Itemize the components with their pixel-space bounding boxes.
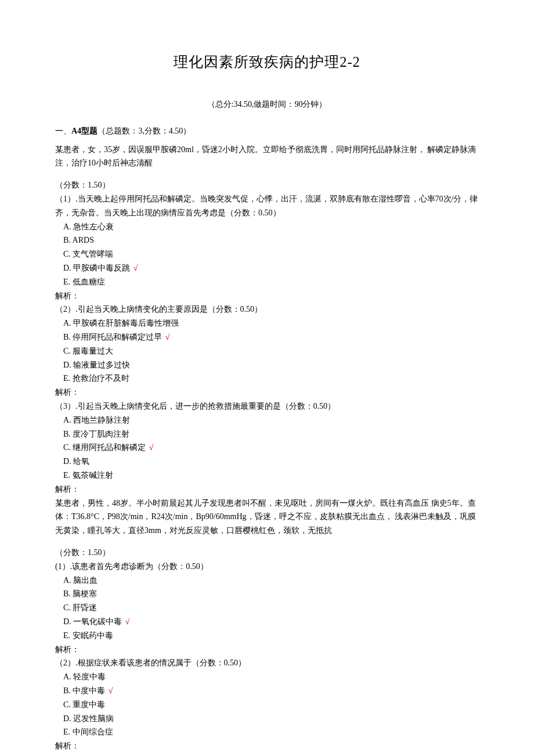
option-text: 中度中毒	[73, 686, 105, 695]
section-heading: 一、A4型题（总题数：3,分数：4.50）	[55, 124, 479, 138]
option-row: B. 脑梗塞	[63, 587, 479, 601]
correct-mark-icon: √	[125, 617, 130, 626]
option-text: 急性左心衰	[73, 222, 114, 231]
option-label: D.	[63, 617, 71, 626]
option-text: 安眠药中毒	[73, 631, 113, 640]
options-list: A. 轻度中毒B. 中度中毒 √C. 重度中毒D. 迟发性脑病E. 中间综合症	[55, 670, 479, 739]
analysis-label: 解析：	[55, 643, 479, 657]
option-label: B.	[63, 430, 71, 438]
correct-mark-icon: √	[109, 686, 113, 695]
option-label: E.	[63, 471, 70, 480]
option-label: A.	[63, 319, 71, 327]
option-text: 重度中毒	[73, 700, 105, 709]
question-stem: （3）.引起当天晚上病情变化后，进一步的抢救措施最重要的是（分数：0.50）	[55, 399, 479, 413]
option-text: 一氧化碳中毒	[73, 617, 122, 626]
option-row: B. 度冷丁肌肉注射	[63, 427, 479, 441]
option-row: A. 轻度中毒	[63, 670, 479, 684]
option-label: B.	[63, 589, 71, 598]
section-stats: （总题数：3,分数：4.50）	[98, 127, 191, 135]
option-label: C.	[63, 347, 71, 355]
option-row: C. 服毒量过大	[63, 344, 479, 358]
question-stem: （2）.根据症状来看该患者的情况属于（分数：0.50）	[55, 656, 479, 670]
option-row: D. 输液量过多过快	[63, 358, 479, 372]
option-row: B. ARDS	[63, 233, 479, 247]
section-prefix: 一、	[55, 127, 71, 135]
option-row: A. 西地兰静脉注射	[63, 413, 479, 427]
case-intro: 某患者，女，35岁，因误服甲胺磷20ml，昏迷2小时入院。立即给予彻底洗胃，同时…	[55, 143, 479, 171]
option-row: E. 抢救治疗不及时	[63, 372, 479, 386]
option-text: 中间综合症	[73, 728, 113, 736]
question-stem: (1）.该患者首先考虑诊断为（分数：0.50）	[55, 560, 479, 574]
option-row: C. 重度中毒	[63, 698, 479, 712]
option-row: D. 给氧	[63, 455, 479, 469]
page-title: 理化因素所致疾病的护理2-2	[55, 50, 479, 74]
option-text: 甲胺磷中毒反跳	[73, 264, 130, 272]
option-row: E. 安眠药中毒	[63, 629, 479, 643]
option-label: B.	[63, 686, 71, 695]
option-row: A. 急性左心衰	[63, 220, 479, 234]
case-score: （分数：1.50）	[55, 546, 479, 560]
option-text: 脑梗塞	[73, 589, 97, 598]
option-text: 给氧	[73, 457, 89, 466]
option-label: B.	[63, 236, 71, 244]
option-row: D. 甲胺磷中毒反跳 √	[63, 261, 479, 275]
options-list: A. 西地兰静脉注射B. 度冷丁肌肉注射C. 继用阿托品和解磷定 √D. 给氧E…	[55, 413, 479, 483]
option-label: A.	[63, 416, 71, 424]
option-label: E.	[63, 374, 70, 383]
options-list: A. 脑出血B. 脑梗塞C. 肝昏迷D. 一氧化碳中毒 √E. 安眠药中毒	[55, 574, 479, 643]
option-text: 迟发性脑病	[73, 714, 114, 723]
option-label: D.	[63, 264, 71, 272]
correct-mark-icon: √	[134, 264, 138, 272]
correct-mark-icon: √	[165, 333, 170, 341]
option-label: E.	[63, 631, 70, 640]
option-text: 低血糖症	[73, 278, 105, 286]
option-text: 轻度中毒	[73, 672, 106, 681]
option-label: C.	[63, 443, 71, 452]
option-row: B. 中度中毒 √	[63, 684, 479, 698]
option-label: A.	[63, 576, 71, 585]
option-label: A.	[63, 222, 71, 231]
option-label: E.	[63, 278, 70, 286]
correct-mark-icon: √	[149, 443, 154, 452]
option-row: E. 氨茶碱注射	[63, 469, 479, 483]
question-stem: （1）.当天晚上起停用阿托品和解磷定。当晚突发气促，心悸，出汗，流涎，双肺底有散…	[55, 192, 479, 220]
exam-meta: （总分:34.50,做题时间：90分钟）	[55, 98, 479, 111]
option-text: 输液量过多过快	[73, 361, 130, 369]
analysis-label: 解析：	[55, 739, 479, 753]
option-row: C. 继用阿托品和解磷定 √	[63, 441, 479, 455]
option-label: A.	[63, 672, 71, 681]
option-text: 脑出血	[73, 576, 98, 585]
option-label: C.	[63, 700, 71, 709]
option-row: E. 低血糖症	[63, 275, 479, 289]
option-label: D.	[63, 361, 71, 369]
options-list: A. 甲胺磷在肝脏解毒后毒性增强B. 停用阿托品和解磷定过早 √C. 服毒量过大…	[55, 316, 479, 386]
option-row: D. 迟发性脑病	[63, 712, 479, 726]
option-text: 继用阿托品和解磷定	[73, 443, 146, 452]
option-text: 抢救治疗不及时	[73, 374, 129, 383]
option-text: 氨茶碱注射	[73, 471, 113, 480]
option-text: 停用阿托品和解磷定过早	[73, 333, 162, 341]
option-row: D. 一氧化碳中毒 √	[63, 615, 479, 629]
option-text: 西地兰静脉注射	[73, 416, 130, 424]
option-label: D.	[63, 714, 71, 723]
option-text: 肝昏迷	[73, 603, 97, 612]
option-text: 支气管哮喘	[73, 250, 113, 258]
option-text: 度冷丁肌肉注射	[73, 430, 129, 438]
option-label: C.	[63, 603, 71, 612]
analysis-label: 解析：	[55, 289, 479, 303]
options-list: A. 急性左心衰B. ARDSC. 支气管哮喘D. 甲胺磷中毒反跳 √E. 低血…	[55, 220, 479, 289]
option-row: C. 肝昏迷	[63, 601, 479, 615]
section-label: A4型题	[71, 127, 98, 135]
option-label: D.	[63, 457, 71, 466]
option-row: A. 甲胺磷在肝脏解毒后毒性增强	[63, 316, 479, 330]
analysis-label: 解析：	[55, 483, 479, 496]
option-row: E. 中间综合症	[63, 725, 479, 739]
option-row: A. 脑出血	[63, 574, 479, 588]
option-text: 甲胺磷在肝脏解毒后毒性增强	[73, 319, 179, 327]
option-label: B.	[63, 333, 71, 341]
option-row: B. 停用阿托品和解磷定过早 √	[63, 330, 479, 344]
case-score: （分数：1.50）	[55, 178, 479, 192]
option-text: ARDS	[73, 236, 94, 244]
analysis-label: 解析：	[55, 386, 479, 399]
option-label: E.	[63, 728, 70, 736]
